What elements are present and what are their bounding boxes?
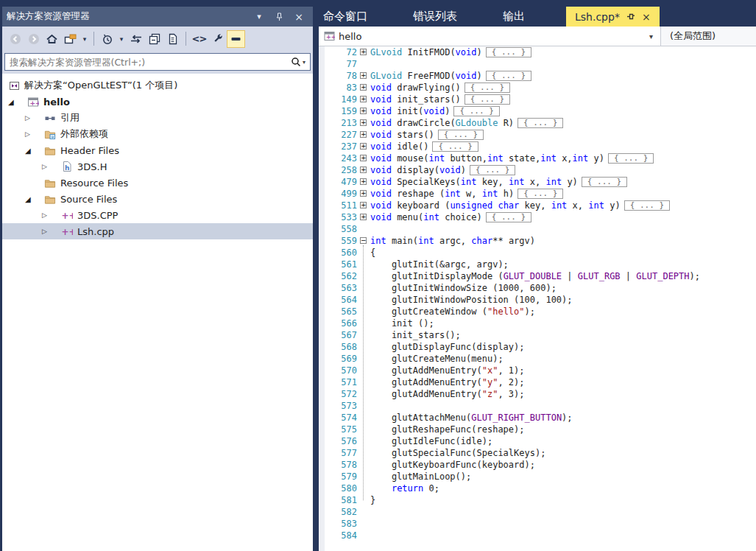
switch-views-icon[interactable] — [61, 30, 80, 48]
show-all-files-icon[interactable] — [163, 30, 182, 48]
back-button[interactable] — [6, 30, 24, 48]
forward-button[interactable] — [24, 30, 43, 48]
line-number: 561 — [325, 259, 357, 270]
tree-item-solution[interactable]: 解决方案“OpenGLtEST”(1 个项目) — [2, 77, 313, 94]
tab-command-window[interactable]: 命令窗口 — [319, 7, 409, 27]
collapsed-arrow-icon[interactable]: ▷ — [39, 211, 61, 219]
solution-explorer-toolbar: ▾ ▾ <> — [2, 27, 313, 51]
tab-close-icon[interactable]: × — [642, 12, 651, 22]
window-position-chevron-icon[interactable]: ▾ — [252, 10, 266, 24]
project-scope-dropdown[interactable]: ++ hello ▾ — [319, 27, 660, 46]
tree-item-references[interactable]: ▷引用 — [2, 110, 313, 126]
expand-fold-box[interactable]: + — [360, 119, 367, 126]
line-number: 572 — [325, 388, 357, 400]
tree-item-file-3ds-cpp[interactable]: ▷++3DS.CPP — [2, 207, 313, 223]
outlining-margin: + — [357, 129, 370, 141]
expand-fold-box[interactable]: + — [360, 72, 367, 79]
tree-item-file-lsh-cpp[interactable]: ▷++Lsh.cpp — [2, 223, 313, 239]
collapsed-region-box[interactable]: { ... } — [582, 177, 627, 187]
collapsed-region-box[interactable]: { ... } — [464, 83, 510, 93]
expand-fold-box[interactable]: + — [360, 202, 367, 208]
pending-changes-filter-icon[interactable] — [98, 30, 116, 48]
pin-icon[interactable] — [272, 10, 286, 24]
expand-fold-box[interactable]: + — [360, 143, 367, 150]
collapsed-region-box[interactable]: { ... } — [486, 47, 531, 57]
collapsed-arrow-icon[interactable]: ▷ — [39, 228, 61, 235]
collapsed-region-box[interactable]: { ... } — [486, 71, 531, 81]
tab-error-list[interactable]: 错误列表 — [409, 7, 498, 27]
collapsed-region-box[interactable]: { ... } — [432, 141, 478, 152]
file-cpp-icon: ++ — [61, 225, 73, 237]
collapsed-region-box[interactable]: { ... } — [486, 212, 531, 222]
collapse-all-icon[interactable] — [145, 30, 163, 48]
expanded-arrow-icon[interactable]: ◢ — [5, 98, 27, 106]
code-text: void reshape (int w, int h){ ... } — [370, 188, 563, 200]
tree-item-project-hello[interactable]: ◢++hello — [2, 94, 313, 110]
expand-fold-box[interactable]: + — [360, 190, 367, 197]
collapsed-region-box[interactable]: { ... } — [438, 130, 484, 140]
collapsed-region-box[interactable]: { ... } — [453, 106, 499, 116]
code-text: glutInitWindowSize (1000, 600); — [370, 282, 557, 294]
member-scope-dropdown[interactable]: (全局范围) — [660, 27, 756, 46]
tree-item-resource-files[interactable]: Resource Files — [2, 175, 313, 191]
collapsed-region-box[interactable]: { ... } — [608, 153, 654, 164]
code-line: 584 — [319, 530, 756, 541]
outlining-margin — [357, 58, 370, 70]
code-text: glutDisplayFunc(display); — [370, 341, 525, 353]
expanded-arrow-icon[interactable]: ◢ — [22, 147, 44, 155]
tree-item-header-files[interactable]: ◢Header Files — [2, 142, 313, 158]
tab-output[interactable]: 输出 — [498, 7, 566, 27]
expanded-arrow-icon[interactable]: ◢ — [22, 195, 44, 203]
expand-fold-box[interactable]: + — [360, 178, 367, 185]
pending-changes-dropdown[interactable]: ▾ — [116, 30, 127, 48]
code-editor[interactable]: 72+GLvoid InitFMOD(void){ ... }7778+GLvo… — [319, 46, 756, 551]
line-number: 558 — [325, 223, 357, 235]
collapsed-arrow-icon[interactable]: ▷ — [39, 163, 61, 170]
outlining-margin: + — [357, 94, 370, 105]
file-h-icon: h — [61, 161, 73, 172]
expand-fold-box[interactable]: + — [360, 214, 367, 220]
expand-fold-box[interactable]: + — [360, 131, 367, 138]
line-number: 243 — [325, 152, 357, 164]
home-icon[interactable] — [43, 30, 61, 48]
outlining-margin — [357, 376, 370, 388]
expand-fold-box[interactable]: + — [360, 96, 367, 102]
toolbar-separator — [186, 32, 186, 46]
tree-item-label: 外部依赖项 — [60, 127, 108, 141]
collapse-fold-box[interactable]: − — [360, 237, 367, 244]
collapsed-region-box[interactable]: { ... } — [470, 165, 515, 175]
code-text: glutIdleFunc(idle); — [370, 435, 492, 447]
outlining-margin — [357, 223, 370, 235]
collapsed-arrow-icon[interactable]: ▷ — [22, 130, 44, 138]
switch-views-dropdown[interactable]: ▾ — [80, 30, 90, 48]
code-line: 574 glutAttachMenu(GLUT_RIGHT_BUTTON); — [319, 412, 756, 424]
expand-fold-box[interactable]: + — [360, 49, 367, 55]
view-code-icon[interactable]: <> — [190, 30, 208, 48]
tab-pin-icon[interactable] — [626, 13, 635, 21]
tree-item-external-dependencies[interactable]: ▷外部依赖项 — [2, 126, 313, 142]
expand-fold-box[interactable]: + — [360, 166, 367, 173]
close-icon[interactable]: × — [292, 10, 305, 24]
collapsed-arrow-icon[interactable]: ▷ — [22, 114, 44, 122]
expand-fold-box[interactable]: + — [360, 155, 367, 161]
preview-selected-items-button[interactable] — [227, 30, 245, 48]
expand-fold-box[interactable]: + — [360, 84, 367, 91]
collapsed-region-box[interactable]: { ... } — [517, 189, 563, 199]
search-input[interactable] — [10, 57, 289, 68]
tab-lsh-cpp[interactable]: Lsh.cpp*× — [566, 7, 660, 27]
editor-navigation-bar: ++ hello ▾ (全局范围) — [319, 27, 756, 46]
tree-item-source-files[interactable]: ◢Source Files — [2, 191, 313, 207]
collapsed-region-box[interactable]: { ... } — [464, 94, 510, 105]
collapsed-region-box[interactable]: { ... } — [624, 200, 670, 211]
tree-item-file-3ds-h[interactable]: ▷h3DS.H — [2, 158, 313, 175]
code-text: glutKeyboardFunc(keyboard); — [370, 459, 535, 471]
code-line: 570 glutAddMenuEntry("x", 1); — [319, 365, 756, 376]
expand-fold-box[interactable]: + — [360, 108, 367, 114]
code-line: 499+void reshape (int w, int h){ ... } — [319, 188, 756, 200]
search-button[interactable]: ▾ — [289, 57, 307, 67]
properties-wrench-icon[interactable] — [208, 30, 227, 48]
sync-with-active-document-icon[interactable] — [127, 30, 145, 48]
collapsed-region-box[interactable]: { ... } — [517, 118, 563, 128]
line-number: 577 — [325, 447, 357, 459]
code-text: GLvoid FreeFMOD(void){ ... } — [370, 70, 531, 82]
